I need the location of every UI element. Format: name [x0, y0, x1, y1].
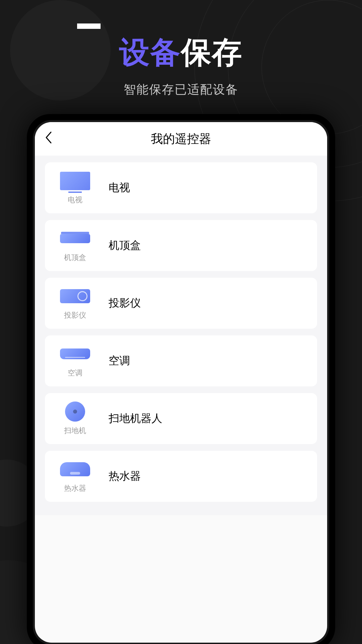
- device-name: 电视: [109, 180, 130, 195]
- device-list: 电视 电视 机顶盒 机顶盒 投影仪: [35, 156, 327, 515]
- device-item-robot[interactable]: 扫地机 扫地机器人: [45, 393, 317, 444]
- device-icon-label: 热水器: [64, 483, 86, 493]
- page-title: 设备保存: [0, 32, 362, 73]
- device-item-heater[interactable]: 热水器 热水器: [45, 451, 317, 502]
- device-item-settop[interactable]: 机顶盒 机顶盒: [45, 220, 317, 271]
- phone-bezel: 我的遥控器 电视 电视 机顶盒: [33, 120, 329, 644]
- back-button[interactable]: [45, 131, 53, 147]
- device-icon-wrap: 投影仪: [55, 286, 95, 320]
- device-icon-label: 空调: [68, 368, 82, 378]
- device-name: 投影仪: [109, 296, 141, 311]
- device-icon-wrap: 扫地机: [55, 401, 95, 436]
- device-icon-wrap: 空调: [55, 344, 95, 378]
- device-name: 机顶盒: [109, 238, 141, 253]
- device-icon-wrap: 电视: [55, 171, 95, 205]
- device-item-tv[interactable]: 电视 电视: [45, 162, 317, 213]
- phone-screen: 我的遥控器 电视 电视 机顶盒: [35, 122, 327, 643]
- device-icon-label: 电视: [68, 195, 82, 205]
- page-subtitle: 智能保存已适配设备: [0, 82, 362, 98]
- device-icon-label: 投影仪: [64, 310, 86, 320]
- robot-vacuum-icon: [60, 401, 90, 422]
- promo-header: 设备保存 智能保存已适配设备: [0, 0, 362, 98]
- tv-icon: [60, 171, 90, 191]
- device-name: 热水器: [109, 469, 141, 484]
- device-name: 空调: [109, 354, 130, 368]
- device-name: 扫地机器人: [109, 411, 162, 426]
- device-icon-wrap: 热水器: [55, 459, 95, 493]
- device-item-projector[interactable]: 投影仪 投影仪: [45, 278, 317, 329]
- chevron-left-icon: [45, 131, 53, 144]
- title-white: 保存: [181, 36, 243, 69]
- device-item-ac[interactable]: 空调 空调: [45, 335, 317, 386]
- title-accent: 设备: [119, 36, 181, 69]
- device-icon-label: 机顶盒: [64, 253, 86, 263]
- water-heater-icon: [60, 459, 90, 479]
- device-icon-label: 扫地机: [64, 426, 86, 436]
- device-icon-wrap: 机顶盒: [55, 228, 95, 263]
- app-header: 我的遥控器: [35, 122, 327, 156]
- projector-icon: [60, 286, 90, 306]
- settop-box-icon: [60, 228, 90, 249]
- air-conditioner-icon: [60, 344, 90, 364]
- phone-mockup: 我的遥控器 电视 电视 机顶盒: [27, 114, 335, 644]
- app-title: 我的遥控器: [45, 131, 317, 147]
- header-accent-bar: [77, 23, 101, 29]
